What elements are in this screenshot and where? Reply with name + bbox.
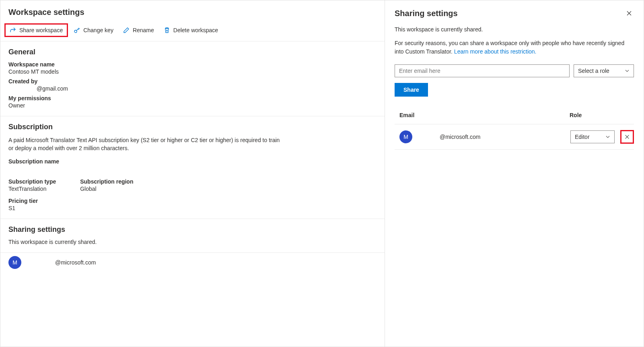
edit-icon: [123, 27, 130, 33]
permissions-value: Owner: [8, 102, 377, 109]
rename-button[interactable]: Rename: [119, 25, 158, 36]
sharing-settings-panel: Sharing settings This workspace is curre…: [385, 0, 644, 347]
member-email: @microsoft.com: [416, 134, 567, 140]
member-role-select[interactable]: Editor: [570, 130, 615, 143]
share-workspace-button[interactable]: Share workspace: [4, 23, 68, 37]
created-by-label: Created by: [8, 78, 377, 85]
created-by-value: @gmail.com: [8, 85, 377, 92]
subscription-name-value: [8, 165, 377, 173]
pricing-tier-value: S1: [8, 205, 377, 211]
page-title: Workspace settings: [0, 0, 385, 21]
general-section: General Workspace name Contoso MT models…: [0, 41, 385, 116]
share-icon: [10, 27, 16, 33]
toolbar-label: Rename: [133, 27, 154, 33]
table-row: M @microsoft.com Editor: [395, 124, 634, 150]
subscription-region-value: Global: [80, 186, 133, 192]
section-heading: Subscription: [8, 123, 377, 131]
toolbar: Share workspace Change key Rename: [0, 21, 385, 41]
workspace-name-value: Contoso MT models: [8, 68, 377, 75]
role-column-header: Role: [570, 112, 634, 118]
sharing-status: This workspace is currently shared.: [8, 239, 377, 245]
close-icon: [626, 10, 632, 17]
key-icon: [74, 27, 80, 33]
subscription-section: Subscription A paid Microsoft Translator…: [0, 116, 385, 219]
section-heading: General: [8, 48, 377, 56]
chevron-down-icon: [605, 134, 610, 139]
shared-member-email: @microsoft.com: [27, 259, 96, 266]
toolbar-label: Share workspace: [19, 27, 63, 33]
chevron-down-icon: [625, 68, 630, 73]
permissions-label: My permissions: [8, 95, 377, 101]
close-icon: [624, 134, 630, 140]
subscription-region-label: Subscription region: [80, 178, 133, 185]
sharing-status-text: This workspace is currently shared.: [395, 25, 634, 33]
role-select-label: Select a role: [578, 68, 609, 74]
remove-member-button[interactable]: [620, 130, 634, 144]
sharing-table: Email Role M @microsoft.com Editor: [395, 109, 634, 150]
email-input[interactable]: [395, 64, 570, 77]
workspace-settings-panel: Workspace settings Share workspace Chang…: [0, 0, 385, 347]
pricing-tier-label: Pricing tier: [8, 198, 377, 204]
security-text: For security reasons, you can share a wo…: [395, 39, 634, 56]
trash-icon: [164, 27, 170, 33]
subscription-type-label: Subscription type: [8, 178, 56, 185]
panel-title: Sharing settings: [395, 9, 458, 18]
avatar: M: [8, 256, 21, 269]
avatar: M: [399, 130, 412, 143]
svg-point-0: [74, 30, 77, 33]
toolbar-label: Delete workspace: [173, 27, 218, 33]
share-button[interactable]: Share: [395, 83, 428, 97]
delete-workspace-button[interactable]: Delete workspace: [160, 25, 222, 36]
close-panel-button[interactable]: [624, 8, 634, 18]
shared-member-row: M @microsoft.com: [0, 253, 385, 277]
change-key-button[interactable]: Change key: [70, 25, 117, 36]
learn-more-link[interactable]: Learn more about this restriction.: [454, 48, 537, 55]
role-select[interactable]: Select a role: [574, 64, 634, 77]
toolbar-label: Change key: [83, 27, 113, 33]
subscription-description: A paid Microsoft Translator Text API sub…: [8, 136, 282, 153]
sharing-section: Sharing settings This workspace is curre…: [0, 219, 385, 253]
workspace-name-label: Workspace name: [8, 61, 377, 68]
member-role-value: Editor: [575, 134, 590, 140]
email-column-header: Email: [399, 112, 570, 118]
subscription-name-label: Subscription name: [8, 158, 377, 165]
subscription-type-value: TextTranslation: [8, 186, 56, 192]
section-heading: Sharing settings: [8, 225, 377, 234]
